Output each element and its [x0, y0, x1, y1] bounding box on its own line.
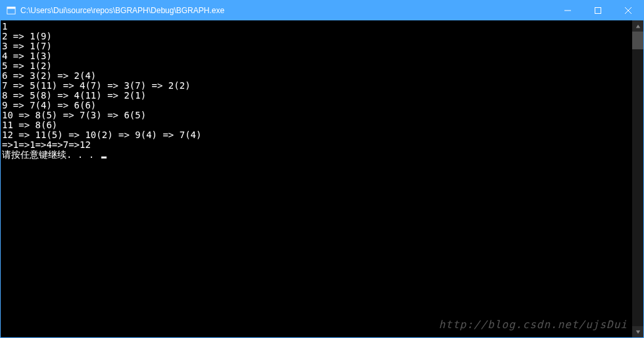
maximize-button[interactable]	[583, 1, 613, 20]
scroll-track[interactable]	[632, 32, 643, 326]
console-line: 10 => 8(5) => 7(3) => 6(5)	[2, 110, 632, 120]
window-title: C:\Users\Dui\source\repos\BGRAPH\Debug\B…	[20, 6, 553, 15]
window-controls	[553, 1, 643, 20]
console-prompt-line: 请按任意键继续. . .	[2, 150, 632, 160]
scroll-down-arrow[interactable]	[632, 326, 643, 337]
console-output: 12 => 1(9)3 => 1(7)4 => 1(3)5 => 1(2)6 =…	[1, 20, 632, 337]
console-window: C:\Users\Dui\source\repos\BGRAPH\Debug\B…	[0, 0, 644, 338]
titlebar: C:\Users\Dui\source\repos\BGRAPH\Debug\B…	[1, 1, 643, 20]
console-line: 1	[2, 22, 632, 32]
scroll-up-arrow[interactable]	[632, 20, 643, 32]
console-line: 8 => 5(8) => 4(11) => 2(1)	[2, 91, 632, 101]
console-line: 3 => 1(7)	[2, 41, 632, 51]
console-line: 11 => 8(6)	[2, 120, 632, 130]
app-icon	[6, 5, 16, 16]
console-line: 12 => 11(5) => 10(2) => 9(4) => 7(4)	[2, 130, 632, 140]
console-line: 4 => 1(3)	[2, 51, 632, 61]
console-line: 7 => 5(11) => 4(7) => 3(7) => 2(2)	[2, 81, 632, 91]
console-body: 12 => 1(9)3 => 1(7)4 => 1(3)5 => 1(2)6 =…	[1, 20, 643, 337]
svg-rect-1	[7, 7, 15, 9]
close-button[interactable]	[613, 1, 643, 20]
console-line: =>1=>1=>4=>7=>12	[2, 140, 632, 150]
minimize-button[interactable]	[553, 1, 583, 20]
scroll-thumb[interactable]	[632, 32, 643, 49]
console-line: 6 => 3(2) => 2(4)	[2, 71, 632, 81]
console-line: 5 => 1(2)	[2, 61, 632, 71]
console-line: 9 => 7(4) => 6(6)	[2, 101, 632, 110]
cursor	[101, 157, 107, 158]
vertical-scrollbar[interactable]	[632, 20, 643, 337]
console-line: 2 => 1(9)	[2, 32, 632, 41]
svg-rect-3	[595, 8, 601, 14]
prompt-text: 请按任意键继续. . .	[2, 149, 100, 160]
